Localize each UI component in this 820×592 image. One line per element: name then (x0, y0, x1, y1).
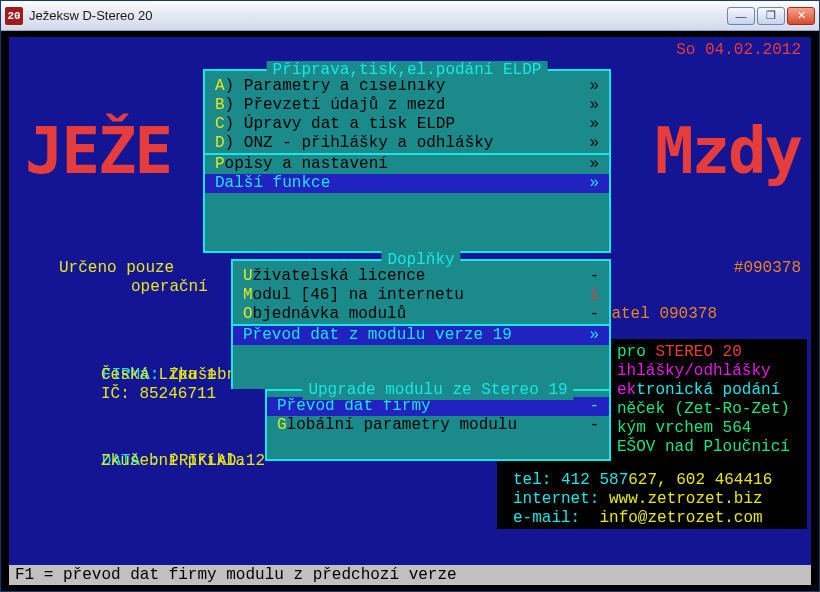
app-icon: 20 (5, 7, 23, 25)
window-title: Ježeksw D-Stereo 20 (29, 8, 727, 23)
client-area: So 04.02.2012 JEŽE Mzdy Určeno pouze ope… (1, 31, 819, 591)
menu-item[interactable]: D) ONZ - přihlášky a odhlášky» (205, 134, 609, 153)
menu-item-selected[interactable]: Další funkce» (205, 174, 609, 193)
menu-item[interactable]: Modul [46] na internetui (233, 286, 609, 305)
date-label: So 04.02.2012 (676, 41, 801, 60)
menu-item-selected[interactable]: Převod dat z modulu verze 19» (233, 326, 609, 345)
code-label: #090378 (728, 259, 801, 278)
menu-item[interactable]: Globální parametry modulu- (267, 416, 609, 435)
minimize-button[interactable]: — (727, 7, 755, 25)
window-frame: 20 Ježeksw D-Stereo 20 — ❐ ✕ So 04.02.20… (0, 0, 820, 592)
menu-eldp-title: Příprava,tisk,el.podání ELDP (267, 61, 548, 80)
maximize-button[interactable]: ❐ (757, 7, 785, 25)
menu-doplnky-title: Doplňky (381, 251, 460, 270)
menu-eldp: Příprava,tisk,el.podání ELDP A) Parametr… (203, 69, 611, 253)
menu-item[interactable]: Objednávka modulů- (233, 305, 609, 324)
dos-screen: So 04.02.2012 JEŽE Mzdy Určeno pouze ope… (9, 37, 811, 567)
close-button[interactable]: ✕ (787, 7, 815, 25)
help-bar: F1 = převod dat firmy modulu z předchozí… (9, 565, 811, 585)
menu-item[interactable]: B) Převzetí údajů z mezd» (205, 96, 609, 115)
logo-right: Mzdy (649, 123, 801, 179)
menu-doplnky: Doplňky Uživatelská licence- Modul [46] … (231, 259, 611, 389)
titlebar[interactable]: 20 Ježeksw D-Stereo 20 — ❐ ✕ (1, 1, 819, 31)
menu-upgrade: Upgrade modulu ze Stereo 19 Převod dat f… (265, 389, 611, 461)
menu-upgrade-title: Upgrade modulu ze Stereo 19 (302, 381, 573, 400)
menu-item[interactable]: C) Úpravy dat a tisk ELDP» (205, 115, 609, 134)
menu-item[interactable]: Popisy a nastavení» (205, 155, 609, 174)
